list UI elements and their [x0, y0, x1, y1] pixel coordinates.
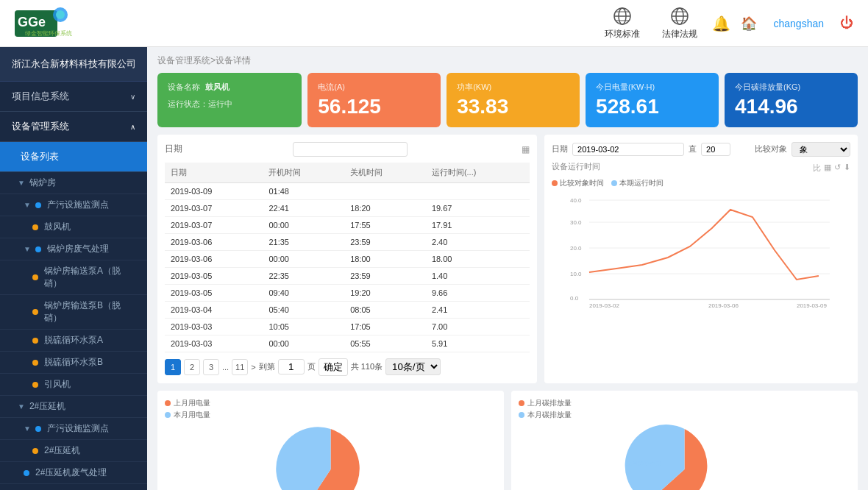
tree-node-pump-a[interactable]: 锅炉房输送泵A（脱硝） [0, 260, 147, 295]
home-icon[interactable]: 🏠 [741, 15, 757, 32]
cell-date: 2019-03-05 [165, 284, 263, 301]
tree-label: 脱硫循环水泵A [44, 334, 103, 347]
two-col-section: 日期 ▦ 日期 开机时间 关机时间 运行时间(...) 201 [157, 135, 858, 383]
pie-legend-carbon: 上月碳排放量 本月碳排放量 [519, 398, 850, 420]
table-header-row: 日期 开机时间 关机时间 运行时间(...) [165, 163, 530, 183]
page-goto-input[interactable] [278, 359, 305, 374]
tree-node-pollution-monitor-2[interactable]: ▼ 产污设施监测点 [0, 418, 147, 440]
table-row: 2019-03-03 00:00 05:55 5.91 [165, 335, 530, 352]
cell-end: 17:05 [344, 318, 426, 335]
tree-node-water-pump-b[interactable]: 脱硫循环水泵B [0, 352, 147, 374]
data-table: 日期 开机时间 关机时间 运行时间(...) 2019-03-09 01:48 … [165, 163, 530, 352]
tree-node-boiler[interactable]: ▼ 锅炉房 [0, 172, 147, 194]
cell-runtime: 19.67 [426, 199, 530, 216]
svg-text:2019-03-09: 2019-03-09 [797, 302, 827, 309]
svg-text:10.0: 10.0 [570, 271, 582, 277]
stat-card-energy: 今日电量(KW·H) 528.61 [586, 73, 719, 127]
bell-icon[interactable]: 🔔 [712, 15, 730, 32]
cell-runtime: 2.40 [426, 233, 530, 250]
tree-node-draft-fan[interactable]: 引风机 [0, 374, 147, 396]
chart-date-end-input[interactable] [701, 143, 730, 156]
cell-start: 01:48 [263, 182, 344, 199]
table-row: 2019-03-05 09:40 19:20 9.66 [165, 284, 530, 301]
status-dot [32, 338, 38, 344]
power-icon[interactable]: ⏻ [840, 15, 853, 31]
content-area: 设备管理系统>设备详情 设备名称 鼓风机 运行状态：运行中 电流(A) 56.1… [147, 47, 868, 490]
pie-dot-prev-carbon [519, 400, 524, 406]
cell-start: 22:35 [263, 267, 344, 284]
filter-icon[interactable]: ▦ [522, 144, 530, 155]
tree-label: 2#压延机废气处理 [35, 466, 107, 479]
expand-icon: ▼ [18, 402, 25, 411]
cell-date: 2019-03-05 [165, 267, 263, 284]
pie-chart-energy-svg: 本月用电量—— [165, 422, 497, 490]
chart-title: 设备运行时间 [552, 161, 600, 172]
status-dot [32, 309, 38, 315]
tree-node-pollution-monitor-1[interactable]: ▼ 产污设施监测点 [0, 194, 147, 216]
logo-area: GGe 绿金智能环保系统 [15, 7, 162, 40]
pie-dot-curr [165, 412, 171, 418]
tree-label: 锅炉房 [29, 177, 56, 189]
tree-node-water-pump-a[interactable]: 脱硫循环水泵A [0, 330, 147, 352]
cell-start: 00:00 [263, 250, 344, 267]
sidebar-label-equipment-mgmt: 设备管理系统 [12, 120, 69, 133]
nav-item-laws[interactable]: 法律法规 [662, 6, 697, 40]
svg-text:20.0: 20.0 [570, 245, 582, 252]
sidebar-item-equipment-mgmt[interactable]: 设备管理系统 ∧ [0, 112, 147, 142]
stat-label-energy: 今日电量(KW·H) [596, 82, 708, 93]
page-label: 页 [307, 361, 316, 372]
page-btn-11[interactable]: 11 [232, 359, 248, 375]
tree-label: 锅炉房输送泵A（脱硝） [44, 265, 135, 290]
per-page-select[interactable]: 10条/页 20条/页 50条/页 [385, 358, 441, 375]
legend-item-compare: 比较对象时间 [552, 178, 604, 188]
legend-dot-compare [552, 180, 558, 186]
pie-dot-prev [165, 400, 171, 406]
header-nav: 环境标准 法律法规 [605, 6, 697, 40]
sidebar-item-project[interactable]: 项目信息系统 ∨ [0, 82, 147, 112]
stat-value-energy: 528.61 [596, 96, 708, 118]
nav-item-env-standard[interactable]: 环境标准 [605, 6, 640, 40]
tree-node-press2[interactable]: ▼ 2#压延机 [0, 396, 147, 418]
cell-start: 22:41 [263, 199, 344, 216]
cell-date: 2019-03-03 [165, 335, 263, 352]
tree-node-foam5[interactable]: ▼ 5#发泡炉 [0, 484, 147, 490]
cell-start: 05:40 [263, 301, 344, 318]
page-btn-1[interactable]: 1 [165, 359, 181, 375]
sidebar-item-equipment-list[interactable]: 设备列表 [0, 142, 147, 172]
table-row: 2019-03-07 22:41 18:20 19.67 [165, 199, 530, 216]
page-btn-3[interactable]: 3 [203, 359, 219, 375]
page-next-icon[interactable]: > [251, 363, 255, 372]
tree-node-boiler-exhaust[interactable]: ▼ 锅炉房废气处理 [0, 238, 147, 260]
status-dot [35, 202, 41, 208]
chart-icon-compare[interactable]: 比 [813, 163, 821, 174]
cell-end: 05:55 [344, 335, 426, 352]
cell-start: 21:35 [263, 233, 344, 250]
cell-end: 19:20 [344, 284, 426, 301]
status-dot [35, 426, 41, 432]
table-row: 2019-03-04 05:40 08:05 2.41 [165, 301, 530, 318]
tree-node-press2-machine[interactable]: 2#压延机 [0, 440, 147, 462]
status-dot [32, 360, 38, 366]
expand-icon: ▼ [24, 201, 31, 209]
date-picker-input[interactable] [293, 142, 408, 157]
cell-start: 10:05 [263, 318, 344, 335]
sidebar-label-project: 项目信息系统 [12, 90, 69, 103]
col-start: 开机时间 [263, 163, 344, 183]
chart-icon-download[interactable]: ⬇ [844, 163, 850, 174]
tree-node-pump-b[interactable]: 锅炉房输送泵B（脱硝） [0, 295, 147, 330]
tree-node-press2-exhaust[interactable]: 2#压延机废气处理 [0, 462, 147, 484]
bottom-row: 上月用电量 本月用电量 本月用电量—— [157, 391, 858, 490]
status-dot [32, 224, 38, 230]
svg-text:40.0: 40.0 [570, 197, 582, 204]
pie-legend-energy: 上月用电量 本月用电量 [165, 398, 497, 420]
tree-node-fan[interactable]: 鼓风机 [0, 216, 147, 238]
chart-icon-bar[interactable]: ▦ [824, 163, 831, 174]
page-confirm-button[interactable]: 确定 [319, 358, 348, 376]
compare-select[interactable]: 象 [791, 142, 850, 157]
cell-end [344, 182, 426, 199]
chart-icon-refresh[interactable]: ↺ [834, 163, 841, 174]
chart-date-input[interactable] [572, 143, 684, 156]
cell-start: 00:00 [263, 335, 344, 352]
cell-runtime: 5.91 [426, 335, 530, 352]
page-btn-2[interactable]: 2 [184, 359, 200, 375]
